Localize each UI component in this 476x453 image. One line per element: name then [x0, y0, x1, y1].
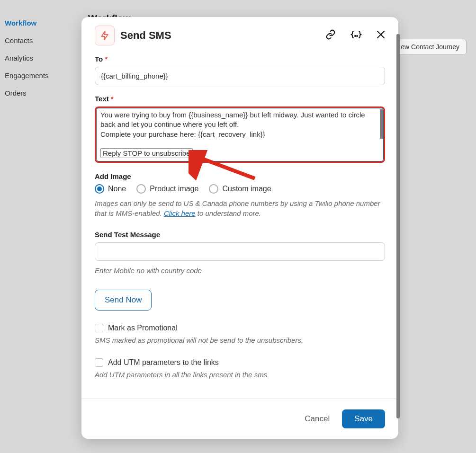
close-icon[interactable] [377, 30, 385, 41]
link-icon[interactable] [325, 29, 336, 42]
utm-label: Add UTM parameters to the links [108, 358, 219, 367]
utm-hint: Add UTM parameters in all the links pres… [95, 370, 385, 380]
text-label: Text* [95, 95, 385, 103]
radio-circle [136, 184, 146, 194]
add-image-hint: Images can only be send to US & Canada p… [95, 198, 385, 218]
mark-promotional-label: Mark as Promotional [108, 324, 178, 332]
merge-tag-icon[interactable] [350, 30, 362, 41]
text-highlight-box: You were trying to buy from {{business_n… [95, 107, 385, 163]
svg-point-1 [357, 36, 358, 36]
textarea-scrollbar[interactable] [380, 109, 383, 139]
radio-custom-image[interactable]: Custom image [209, 184, 271, 194]
promo-hint: SMS marked as promotional will not be se… [95, 335, 385, 345]
lightning-icon [95, 26, 115, 45]
radio-none[interactable]: None [95, 184, 126, 194]
sidebar: Workflow Contacts Analytics Engagements … [0, 0, 81, 102]
cancel-button[interactable]: Cancel [305, 414, 330, 424]
to-input[interactable] [95, 67, 385, 85]
text-textarea[interactable]: You were trying to buy from {{business_n… [96, 108, 384, 161]
textarea-content[interactable]: You were trying to buy from {{business_n… [100, 110, 379, 145]
sidebar-item-contacts[interactable]: Contacts [0, 32, 81, 49]
sidebar-item-analytics[interactable]: Analytics [0, 49, 81, 67]
send-now-button[interactable]: Send Now [95, 290, 152, 311]
to-label: To* [95, 55, 385, 63]
modal-scrollbar[interactable] [396, 34, 400, 418]
sidebar-item-orders[interactable]: Orders [0, 84, 81, 102]
add-image-label: Add Image [95, 172, 385, 180]
test-hint: Enter Mobile no with country code [95, 266, 385, 275]
svg-point-0 [355, 36, 356, 36]
radio-circle-checked [95, 184, 104, 194]
radio-product-image[interactable]: Product image [136, 184, 198, 194]
modal-header: Send SMS [81, 17, 398, 50]
mark-promotional-checkbox[interactable] [95, 324, 103, 332]
click-here-link[interactable]: Click here [164, 209, 196, 217]
utm-checkbox[interactable] [95, 358, 103, 367]
save-button[interactable]: Save [342, 409, 385, 428]
send-test-label: Send Test Message [95, 231, 385, 239]
send-sms-modal: Send SMS [81, 17, 398, 439]
test-mobile-input[interactable] [95, 242, 385, 261]
preview-contact-journey-button[interactable]: ew Contact Journey [394, 39, 467, 55]
stop-unsubscribe-box: Reply STOP to unsubscribe [100, 148, 193, 158]
modal-body: To* Text* You were trying to buy from {{… [81, 50, 398, 399]
sidebar-item-engagements[interactable]: Engagements [0, 67, 81, 84]
radio-circle [209, 184, 218, 194]
modal-title: Send SMS [120, 29, 325, 42]
sidebar-item-workflow[interactable]: Workflow [0, 14, 81, 32]
modal-footer: Cancel Save [81, 399, 398, 439]
